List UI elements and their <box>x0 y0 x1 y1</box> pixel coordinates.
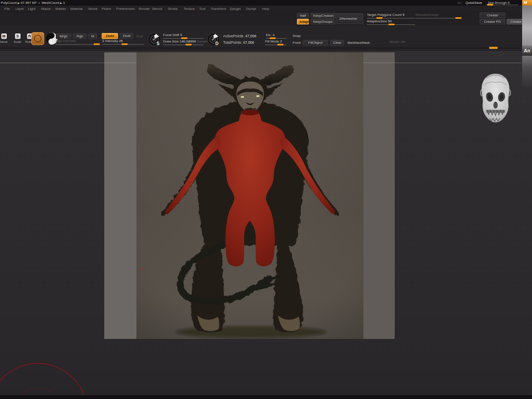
scale-tool[interactable]: S Scale <box>11 33 24 43</box>
menu-texture[interactable]: Texture <box>184 7 195 11</box>
m-button[interactable]: M <box>88 33 97 39</box>
z-intensity-slider[interactable]: Z Intensity 25 <box>102 39 144 45</box>
elv-handle[interactable] <box>269 37 276 39</box>
alpha-picker-button[interactable]: D <box>207 33 221 46</box>
polycount-arrow-icon: ▶ <box>18 2 20 4</box>
corner-menu-tab[interactable]: M <box>522 0 532 6</box>
see-through-slider[interactable]: See-through 0 <box>486 0 518 6</box>
crease-pg-button[interactable]: Crease PG <box>480 19 505 24</box>
focal-shift-label: Focal Shift <box>163 33 179 37</box>
toolbar-scroll-track[interactable] <box>0 48 520 48</box>
menu-material[interactable]: Material <box>70 7 82 11</box>
menu-file[interactable]: File <box>4 7 10 11</box>
alpha-letter: D <box>215 41 218 46</box>
scale-icon: S <box>15 33 21 39</box>
watermark-text: Moran JW <box>390 40 405 44</box>
quicksave-button[interactable]: QuickSave <box>466 1 482 5</box>
smooth-groups-label: SmoothGroups <box>415 13 438 17</box>
right-tray-tab[interactable]: An <box>522 45 532 56</box>
polycount-label: PolyCount <box>1 1 17 5</box>
zadd-button[interactable]: Zadd <box>102 33 118 39</box>
smooth-groups-slider[interactable]: SmoothGroups <box>415 13 462 18</box>
elv-value: -1 <box>272 33 275 37</box>
fill-object-button[interactable]: FillObject <box>303 40 328 45</box>
rgb-button[interactable]: Rgb <box>73 33 87 39</box>
target-polygons-slider[interactable]: Target Polygons Count 5 <box>367 13 415 18</box>
zsub-button[interactable]: Zsub <box>120 33 133 39</box>
fill-mode-value: 2 <box>280 39 282 43</box>
bottom-edge-strip <box>0 395 532 399</box>
active-points-readout: ActivePoints: 47,006 <box>223 34 257 38</box>
stroke-picker-button[interactable]: S <box>148 33 161 46</box>
meshcount-label: MeshCount <box>42 1 59 5</box>
snap-toggle[interactable]: Snap <box>293 34 301 38</box>
adapt-button[interactable]: Adapt <box>297 19 309 24</box>
adaptive-size-label: AdaptiveSize <box>367 19 387 23</box>
crease-button[interactable]: Crease <box>480 12 505 18</box>
move-icon: M <box>1 33 7 39</box>
move-label: Move <box>0 40 10 43</box>
move-tool[interactable]: M Move <box>0 33 10 43</box>
total-points-label: TotalPoints: <box>223 40 242 45</box>
z-intensity-value: 25 <box>119 39 123 43</box>
menu-marker[interactable]: Marker <box>55 7 66 11</box>
keepgroups-button[interactable]: KeepGroups <box>311 19 335 24</box>
menu-picker[interactable]: Picker <box>102 7 111 11</box>
menu-tool[interactable]: Tool <box>199 7 206 11</box>
fill-mode-handle[interactable] <box>277 44 284 45</box>
mrgb-button[interactable]: Mrgb <box>56 33 71 39</box>
focal-shift-handle[interactable] <box>181 37 187 39</box>
total-points-value: 47,006 <box>243 40 254 45</box>
bullet-icon: • <box>39 1 40 5</box>
smooth-groups-handle[interactable] <box>455 17 462 19</box>
focal-shift-value: 0 <box>180 33 182 37</box>
menu-layer[interactable]: Layer <box>15 7 24 11</box>
sculpt-viewport-scene[interactable] <box>136 52 363 339</box>
ac-toggle[interactable]: AC <box>457 1 462 5</box>
menu-help[interactable]: Help <box>262 7 269 11</box>
rgb-intensity-slider[interactable]: Rgb Intensity <box>56 39 100 45</box>
menu-preferences[interactable]: Preferences <box>116 7 135 11</box>
menu-stroke[interactable]: Stroke <box>168 7 178 11</box>
adaptive-size-slider[interactable]: AdaptiveSize 50 <box>367 19 415 24</box>
menu-render[interactable]: Render <box>139 7 150 11</box>
adaptive-size-value: 50 <box>388 19 392 23</box>
fill-mode-slider[interactable]: Fill Mode 2 <box>265 39 287 45</box>
active-points-label: ActivePoints: <box>223 34 244 38</box>
main-toolbar: M Move S Scale R Rotate Mrgb Rgb M Rgb I… <box>0 26 532 51</box>
half-button[interactable]: Half <box>297 13 309 18</box>
focal-shift-slider[interactable]: Focal Shift 0 <box>163 33 203 39</box>
polycount-value: 47.997 KP <box>21 1 36 5</box>
front-toggle[interactable]: Front <box>293 41 301 45</box>
zremesher-button[interactable]: ZRemesher <box>333 13 363 24</box>
toolbar-scroll-handle[interactable] <box>489 47 498 49</box>
z-intensity-handle[interactable] <box>121 43 128 45</box>
draw-size-handle[interactable] <box>185 44 192 45</box>
backface-mask-toggle[interactable]: BackfaceMask <box>348 41 370 45</box>
menu-light[interactable]: Light <box>28 7 35 11</box>
z-intensity-label: Z Intensity <box>102 39 118 43</box>
menu-transform[interactable]: Transform <box>211 7 226 11</box>
zcut-button[interactable]: Zcut <box>136 34 143 38</box>
elv-slider[interactable]: Elv -1 <box>266 33 287 39</box>
stray-red-dot <box>142 268 143 269</box>
neck-stump <box>241 109 259 115</box>
current-brush-button[interactable] <box>31 32 44 45</box>
adaptive-size-handle[interactable] <box>388 24 395 25</box>
elv-label: Elv <box>266 33 271 37</box>
fill-mode-label: Fill Mode <box>265 39 279 43</box>
keepcreases-button[interactable]: KeepCreases <box>311 13 336 18</box>
creature-left-eye <box>241 96 244 98</box>
tool-thumbnail-skull[interactable] <box>478 72 514 125</box>
menu-zscript[interactable]: Zscript <box>246 7 256 11</box>
draw-size-slider[interactable]: Draw Size 140.08999 Dynamic <box>163 39 203 45</box>
menu-bar: File Layer Light Macro Marker Material M… <box>0 6 532 12</box>
rgb-intensity-handle[interactable] <box>94 43 100 45</box>
clear-button[interactable]: Clear <box>330 40 344 45</box>
menu-zplugin[interactable]: Zplugin <box>230 7 241 11</box>
stroke-letter: S <box>157 41 160 46</box>
zbrush-window: PolyCount ▶ 47.997 KP • MeshCount ▶ 1 AC… <box>0 0 532 399</box>
menu-macro[interactable]: Macro <box>41 7 51 11</box>
menu-movie[interactable]: Movie <box>88 7 97 11</box>
menu-stencil[interactable]: Stencil <box>152 7 162 11</box>
